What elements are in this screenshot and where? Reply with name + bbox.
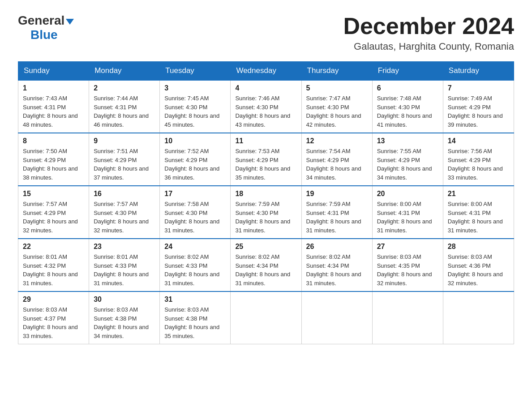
calendar-cell: 5 Sunrise: 7:47 AM Sunset: 4:30 PM Dayli… (301, 80, 372, 133)
day-number: 8 (23, 137, 84, 145)
day-number: 7 (448, 84, 509, 92)
calendar-cell: 26 Sunrise: 8:02 AM Sunset: 4:34 PM Dayl… (301, 239, 372, 291)
week-row-4: 22 Sunrise: 8:01 AM Sunset: 4:32 PM Dayl… (18, 239, 514, 291)
day-info: Sunrise: 8:03 AM Sunset: 4:38 PM Dayligh… (94, 305, 155, 340)
calendar-cell: 28 Sunrise: 8:03 AM Sunset: 4:36 PM Dayl… (443, 239, 514, 291)
calendar-cell: 13 Sunrise: 7:55 AM Sunset: 4:29 PM Dayl… (372, 133, 443, 186)
day-info: Sunrise: 8:00 AM Sunset: 4:31 PM Dayligh… (377, 200, 438, 235)
day-number: 27 (377, 243, 438, 251)
day-info: Sunrise: 8:03 AM Sunset: 4:36 PM Dayligh… (448, 253, 509, 287)
day-info: Sunrise: 8:02 AM Sunset: 4:33 PM Dayligh… (164, 253, 226, 287)
calendar-cell: 15 Sunrise: 7:57 AM Sunset: 4:29 PM Dayl… (18, 186, 89, 239)
day-number: 19 (306, 190, 368, 198)
day-number: 6 (377, 84, 438, 92)
logo-triangle-icon (66, 19, 74, 25)
day-number: 29 (23, 295, 84, 304)
header-wednesday: Wednesday (231, 62, 301, 81)
calendar-cell: 2 Sunrise: 7:44 AM Sunset: 4:31 PM Dayli… (89, 80, 160, 133)
week-row-3: 15 Sunrise: 7:57 AM Sunset: 4:29 PM Dayl… (18, 186, 514, 239)
calendar-cell: 8 Sunrise: 7:50 AM Sunset: 4:29 PM Dayli… (18, 133, 89, 186)
calendar-cell: 1 Sunrise: 7:43 AM Sunset: 4:31 PM Dayli… (18, 80, 89, 133)
calendar-cell: 22 Sunrise: 8:01 AM Sunset: 4:32 PM Dayl… (18, 239, 89, 291)
day-info: Sunrise: 7:59 AM Sunset: 4:30 PM Dayligh… (235, 200, 296, 235)
day-info: Sunrise: 7:53 AM Sunset: 4:29 PM Dayligh… (235, 147, 296, 182)
day-info: Sunrise: 7:57 AM Sunset: 4:29 PM Dayligh… (23, 200, 84, 235)
day-info: Sunrise: 8:01 AM Sunset: 4:33 PM Dayligh… (94, 253, 155, 287)
day-number: 23 (94, 243, 155, 251)
day-info: Sunrise: 8:02 AM Sunset: 4:34 PM Dayligh… (306, 253, 368, 287)
day-number: 10 (164, 137, 226, 145)
day-info: Sunrise: 7:47 AM Sunset: 4:30 PM Dayligh… (306, 94, 368, 129)
day-info: Sunrise: 7:58 AM Sunset: 4:30 PM Dayligh… (164, 200, 226, 235)
day-info: Sunrise: 8:02 AM Sunset: 4:34 PM Dayligh… (235, 253, 296, 287)
day-info: Sunrise: 8:03 AM Sunset: 4:37 PM Dayligh… (23, 305, 84, 340)
calendar-cell: 7 Sunrise: 7:49 AM Sunset: 4:29 PM Dayli… (443, 80, 514, 133)
day-number: 1 (23, 84, 84, 92)
day-number: 20 (377, 190, 438, 198)
logo-blue-text: Blue (30, 28, 58, 42)
day-number: 16 (94, 190, 155, 198)
day-number: 26 (306, 243, 368, 251)
day-number: 13 (377, 137, 438, 145)
calendar-cell: 16 Sunrise: 7:57 AM Sunset: 4:30 PM Dayl… (89, 186, 160, 239)
day-number: 17 (164, 190, 226, 198)
day-number: 25 (235, 243, 296, 251)
day-info: Sunrise: 7:45 AM Sunset: 4:30 PM Dayligh… (164, 94, 226, 129)
day-info: Sunrise: 7:52 AM Sunset: 4:29 PM Dayligh… (164, 147, 226, 182)
day-info: Sunrise: 8:01 AM Sunset: 4:32 PM Dayligh… (23, 253, 84, 287)
calendar-cell: 12 Sunrise: 7:54 AM Sunset: 4:29 PM Dayl… (301, 133, 372, 186)
calendar-cell: 30 Sunrise: 8:03 AM Sunset: 4:38 PM Dayl… (89, 291, 160, 344)
day-info: Sunrise: 7:57 AM Sunset: 4:30 PM Dayligh… (94, 200, 155, 235)
day-number: 9 (94, 137, 155, 145)
header-monday: Monday (89, 62, 160, 81)
day-number: 28 (448, 243, 509, 251)
day-info: Sunrise: 7:43 AM Sunset: 4:31 PM Dayligh… (23, 94, 84, 129)
header-thursday: Thursday (301, 62, 372, 81)
calendar-title: December 2024 (343, 13, 514, 39)
calendar-cell: 9 Sunrise: 7:51 AM Sunset: 4:29 PM Dayli… (89, 133, 160, 186)
calendar-subtitle: Galautas, Harghita County, Romania (343, 41, 514, 52)
calendar-cell: 29 Sunrise: 8:03 AM Sunset: 4:37 PM Dayl… (18, 291, 89, 344)
day-number: 18 (235, 190, 296, 198)
weekday-header-row: Sunday Monday Tuesday Wednesday Thursday… (18, 62, 514, 81)
day-info: Sunrise: 7:46 AM Sunset: 4:30 PM Dayligh… (235, 94, 296, 129)
calendar-cell: 19 Sunrise: 7:59 AM Sunset: 4:31 PM Dayl… (301, 186, 372, 239)
day-info: Sunrise: 7:44 AM Sunset: 4:31 PM Dayligh… (94, 94, 155, 129)
calendar-cell: 31 Sunrise: 8:03 AM Sunset: 4:38 PM Dayl… (160, 291, 231, 344)
week-row-5: 29 Sunrise: 8:03 AM Sunset: 4:37 PM Dayl… (18, 291, 514, 344)
calendar-cell: 3 Sunrise: 7:45 AM Sunset: 4:30 PM Dayli… (160, 80, 231, 133)
calendar-cell: 21 Sunrise: 8:00 AM Sunset: 4:31 PM Dayl… (443, 186, 514, 239)
header-tuesday: Tuesday (160, 62, 231, 81)
logo: General Blue (18, 13, 74, 42)
day-info: Sunrise: 7:49 AM Sunset: 4:29 PM Dayligh… (448, 94, 509, 129)
day-number: 24 (164, 243, 226, 251)
calendar-cell: 27 Sunrise: 8:03 AM Sunset: 4:35 PM Dayl… (372, 239, 443, 291)
day-info: Sunrise: 7:50 AM Sunset: 4:29 PM Dayligh… (23, 147, 84, 182)
week-row-2: 8 Sunrise: 7:50 AM Sunset: 4:29 PM Dayli… (18, 133, 514, 186)
day-number: 4 (235, 84, 296, 92)
day-info: Sunrise: 7:54 AM Sunset: 4:29 PM Dayligh… (306, 147, 368, 182)
day-number: 31 (164, 295, 226, 304)
day-number: 30 (94, 295, 155, 304)
day-info: Sunrise: 8:03 AM Sunset: 4:38 PM Dayligh… (164, 305, 226, 340)
day-number: 3 (164, 84, 226, 92)
calendar-cell: 18 Sunrise: 7:59 AM Sunset: 4:30 PM Dayl… (231, 186, 301, 239)
day-info: Sunrise: 7:51 AM Sunset: 4:29 PM Dayligh… (94, 147, 155, 182)
header-sunday: Sunday (18, 62, 89, 81)
calendar-cell: 25 Sunrise: 8:02 AM Sunset: 4:34 PM Dayl… (231, 239, 301, 291)
day-number: 11 (235, 137, 296, 145)
day-info: Sunrise: 7:55 AM Sunset: 4:29 PM Dayligh… (377, 147, 438, 182)
calendar-cell: 20 Sunrise: 8:00 AM Sunset: 4:31 PM Dayl… (372, 186, 443, 239)
day-number: 22 (23, 243, 84, 251)
calendar-cell: 10 Sunrise: 7:52 AM Sunset: 4:29 PM Dayl… (160, 133, 231, 186)
day-info: Sunrise: 7:56 AM Sunset: 4:29 PM Dayligh… (448, 147, 509, 182)
calendar-cell: 6 Sunrise: 7:48 AM Sunset: 4:30 PM Dayli… (372, 80, 443, 133)
calendar-table: Sunday Monday Tuesday Wednesday Thursday… (18, 61, 514, 344)
day-number: 14 (448, 137, 509, 145)
logo-general-text: General (18, 13, 64, 28)
day-number: 21 (448, 190, 509, 198)
day-info: Sunrise: 7:59 AM Sunset: 4:31 PM Dayligh… (306, 200, 368, 235)
calendar-cell: 14 Sunrise: 7:56 AM Sunset: 4:29 PM Dayl… (443, 133, 514, 186)
day-number: 12 (306, 137, 368, 145)
day-number: 5 (306, 84, 368, 92)
